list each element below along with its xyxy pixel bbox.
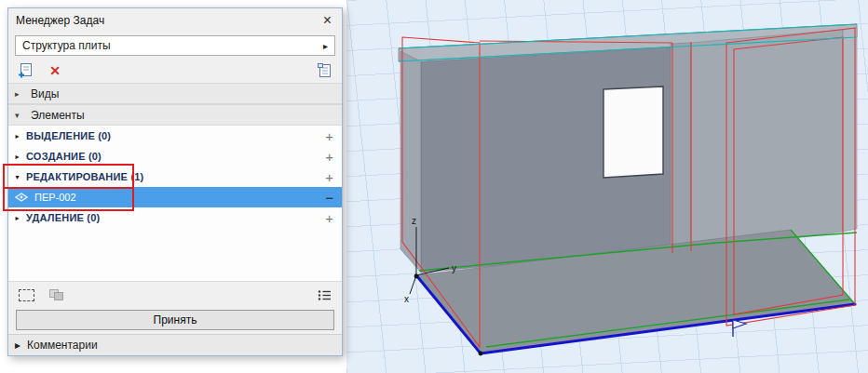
chevron-right-icon: ▸: [15, 339, 20, 352]
section-comments-label: Комментарии: [27, 339, 98, 352]
chevron-right-icon: ▸: [12, 214, 22, 222]
chevron-right-icon: ▸: [12, 132, 22, 140]
chevron-right-icon: ▸: [15, 89, 24, 99]
group-editing[interactable]: ▾ РЕДАКТИРОВАНИЕ (1) +: [8, 167, 342, 187]
section-views-label: Виды: [31, 87, 59, 100]
axis-y-label: y: [452, 263, 456, 273]
task-list-options-button[interactable]: [315, 286, 333, 304]
axis-z-label: z: [412, 216, 416, 226]
section-views[interactable]: ▸ Виды: [8, 83, 342, 104]
corner-node[interactable]: [414, 274, 419, 279]
accept-button[interactable]: Принять: [16, 310, 334, 330]
panel-bottom-toolbar: [8, 281, 342, 308]
accept-row: Принять: [8, 308, 342, 334]
chevron-down-icon: ▾: [12, 173, 22, 181]
chevron-right-icon: ▸: [12, 153, 22, 161]
group-creation[interactable]: ▸ СОЗДАНИЕ (0) +: [8, 146, 342, 167]
close-icon[interactable]: ×: [320, 13, 334, 28]
app-screen: { "panel": { "title": "Менеджер Задач", …: [0, 0, 868, 373]
delete-task-button[interactable]: ✕: [46, 61, 64, 80]
plus-icon[interactable]: +: [325, 170, 333, 184]
element-type-icon: [15, 192, 28, 203]
task-settings-icon: [317, 62, 333, 79]
minus-icon[interactable]: −: [325, 191, 333, 205]
plus-icon[interactable]: +: [325, 211, 333, 225]
delete-icon: ✕: [49, 63, 61, 78]
3d-model: z y x: [346, 0, 868, 373]
isolate-elements-button[interactable]: [47, 286, 66, 304]
panel-titlebar[interactable]: Менеджер Задач ×: [8, 8, 342, 33]
3d-viewport[interactable]: z y x: [346, 0, 868, 373]
plus-icon[interactable]: +: [325, 150, 333, 164]
structure-dropdown[interactable]: Структура плиты ▸: [15, 35, 335, 56]
plus-icon[interactable]: +: [325, 129, 333, 143]
corner-node[interactable]: [479, 352, 483, 356]
panel-toolbar: ✕: [8, 59, 342, 83]
marquee-icon: [19, 289, 34, 301]
task-item-label: ПЕР-002: [34, 192, 319, 203]
section-elements[interactable]: ▾ Элементы: [8, 104, 342, 126]
structure-dropdown-value: Структура плиты: [22, 39, 323, 52]
task-item-selected[interactable]: ПЕР-002 −: [8, 187, 342, 207]
checklist-icon: [317, 288, 332, 302]
axis-x-label: x: [404, 294, 409, 304]
panel-title: Менеджер Задач: [16, 14, 320, 27]
group-selection[interactable]: ▸ ВЫДЕЛЕНИЕ (0) +: [8, 126, 342, 146]
window-opening[interactable]: [604, 87, 663, 178]
chevron-down-icon: ▾: [15, 111, 24, 120]
marquee-select-button[interactable]: [17, 286, 35, 304]
add-task-icon: [17, 62, 34, 79]
group-deletion-label: УДАЛЕНИЕ (0): [26, 212, 321, 223]
group-editing-label: РЕДАКТИРОВАНИЕ (1): [26, 171, 321, 182]
section-elements-label: Элементы: [31, 109, 85, 122]
right-wall[interactable]: [691, 28, 857, 252]
left-wall-edge[interactable]: [400, 51, 421, 273]
section-comments[interactable]: ▸ Комментарии: [8, 334, 342, 355]
add-task-button[interactable]: [16, 61, 34, 80]
middle-wall-junction[interactable]: [671, 43, 691, 254]
task-settings-button[interactable]: [316, 61, 334, 80]
task-manager-panel: Менеджер Задач × Структура плиты ▸ ✕: [7, 7, 343, 356]
structure-dropdown-row: Структура плиты ▸: [8, 33, 342, 59]
group-creation-label: СОЗДАНИЕ (0): [26, 151, 321, 162]
list-empty-area: [8, 228, 342, 281]
chevron-right-icon: ▸: [323, 41, 328, 51]
group-deletion[interactable]: ▸ УДАЛЕНИЕ (0) +: [8, 207, 342, 228]
group-selection-label: ВЫДЕЛЕНИЕ (0): [26, 130, 321, 141]
isolate-elements-icon: [48, 288, 65, 301]
